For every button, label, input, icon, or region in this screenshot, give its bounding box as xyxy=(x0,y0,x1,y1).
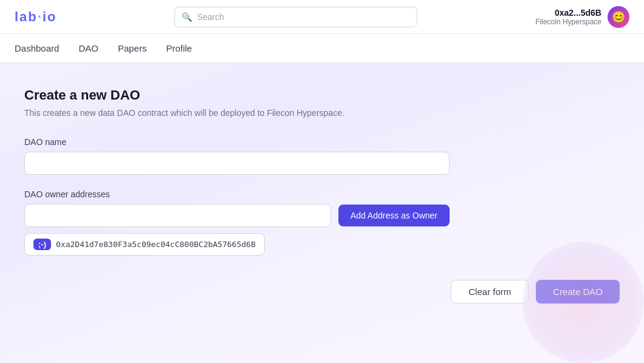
header: lab·io 🔍 0xa2...5d6B Filecoin Hyperspace… xyxy=(0,0,644,34)
user-address-block: 0xa2...5d6B Filecoin Hyperspace xyxy=(535,8,601,26)
clear-form-button[interactable]: Clear form xyxy=(451,280,529,304)
page-subtitle: This creates a new data DAO contract whi… xyxy=(24,108,450,118)
address-row: Add Address as Owner xyxy=(24,204,450,227)
main-content: Create a new DAO This creates a new data… xyxy=(0,63,644,363)
avatar-emoji: 😊 xyxy=(612,10,625,24)
nav-item-dashboard[interactable]: Dashboard xyxy=(15,41,59,56)
page-title: Create a new DAO xyxy=(24,87,450,103)
search-icon: 🔍 xyxy=(182,12,192,22)
owner-address-text: 0xa2D41d7e830F3a5c09ec04cC800BC2bA57665d… xyxy=(56,240,256,249)
main-nav: Dashboard DAO Papers Profile xyxy=(0,34,644,63)
user-network: Filecoin Hyperspace xyxy=(535,18,601,26)
nav-item-papers[interactable]: Papers xyxy=(118,41,147,56)
dao-name-input[interactable] xyxy=(24,152,450,175)
add-owner-button[interactable]: Add Address as Owner xyxy=(338,205,450,226)
nav-item-profile[interactable]: Profile xyxy=(166,41,192,56)
create-dao-button[interactable]: Create DAO xyxy=(536,280,620,304)
nav-item-dao[interactable]: DAO xyxy=(78,41,98,56)
dao-owner-group: DAO owner addresses Add Address as Owner… xyxy=(24,189,450,256)
logo: lab·io xyxy=(15,9,57,25)
dao-name-group: DAO name xyxy=(24,137,450,175)
user-info: 0xa2...5d6B Filecoin Hyperspace 😊 xyxy=(535,6,629,28)
user-address: 0xa2...5d6B xyxy=(535,8,601,18)
search-input[interactable] xyxy=(174,7,417,27)
dao-owner-label: DAO owner addresses xyxy=(24,189,450,199)
dao-name-label: DAO name xyxy=(24,137,450,147)
avatar[interactable]: 😊 xyxy=(608,6,629,28)
owner-emoji: ;-) xyxy=(33,239,51,250)
form-actions: Clear form Create DAO xyxy=(24,280,620,304)
create-dao-form: Create a new DAO This creates a new data… xyxy=(24,87,450,256)
dao-owner-input[interactable] xyxy=(24,204,331,227)
logo-text: lab·io xyxy=(15,9,57,25)
search-container: 🔍 xyxy=(174,7,417,27)
owner-tag: ;-) 0xa2D41d7e830F3a5c09ec04cC800BC2bA57… xyxy=(24,233,265,256)
